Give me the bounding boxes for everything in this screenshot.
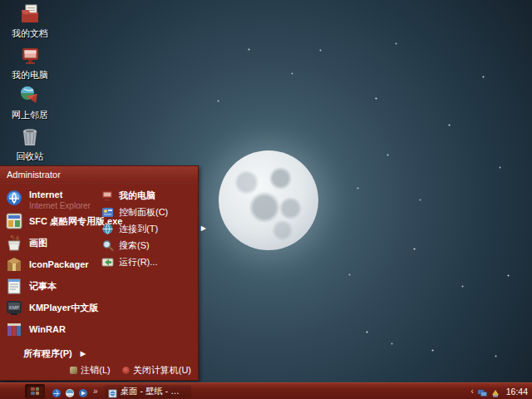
app-tray-icon[interactable] xyxy=(490,387,500,397)
shutdown-button[interactable]: 关闭计算机(U) xyxy=(122,364,191,377)
all-programs-button[interactable]: 所有程序(P) ▶ xyxy=(23,347,86,360)
item-label: 画图 xyxy=(29,237,47,249)
start-menu-item-my-computer[interactable]: 我的电脑 xyxy=(101,187,196,204)
item-label: WinRAR xyxy=(29,324,66,334)
start-menu-item-run[interactable]: 运行(R)... xyxy=(101,254,196,270)
log-off-button[interactable]: 注销(L) xyxy=(70,364,110,377)
ie-icon xyxy=(5,189,23,207)
item-label: KMPlayer中文版 xyxy=(29,302,98,314)
start-menu-item-iconpackager[interactable]: IconPackager xyxy=(5,254,98,275)
webpage-icon xyxy=(108,387,117,396)
iconpackager-icon xyxy=(5,255,23,273)
start-menu-pinned-list: Internet Internet Explorer SFC 桌酷网专用版.ex… xyxy=(5,185,98,340)
desktop-icon-my-computer[interactable]: 我的电脑 xyxy=(3,45,57,81)
item-label: 搜索(S) xyxy=(119,239,150,252)
start-button[interactable] xyxy=(25,384,45,398)
item-label: 连接到(T) xyxy=(119,223,158,235)
item-label: 控制面板(C) xyxy=(119,206,168,219)
quick-launch-ie-icon[interactable] xyxy=(52,387,62,397)
taskbar-clock: 16:44 xyxy=(506,387,528,397)
quick-launch-overflow-chevron[interactable]: » xyxy=(93,387,98,396)
network-tray-icon[interactable] xyxy=(477,387,487,397)
item-label: 运行(R)... xyxy=(119,256,157,268)
item-label: 记事本 xyxy=(29,280,57,293)
svg-text:KMP: KMP xyxy=(9,305,19,310)
tray-collapse-arrow-icon[interactable]: ‹ xyxy=(470,387,473,396)
notepad-icon xyxy=(5,277,23,295)
item-label: IconPackager xyxy=(29,259,89,269)
log-off-icon xyxy=(70,367,77,374)
start-menu-item-notepad[interactable]: 记事本 xyxy=(5,275,98,297)
start-menu-footer: 注销(L) 关闭计算机(U) xyxy=(70,364,191,377)
submenu-arrow-icon: ▶ xyxy=(201,224,206,232)
run-icon xyxy=(101,256,114,268)
desktop-icon-my-documents[interactable]: 我的文档 xyxy=(3,3,57,40)
item-label: 我的电脑 xyxy=(119,190,155,202)
username: Administrator xyxy=(7,170,61,180)
my-computer-icon xyxy=(101,190,114,202)
taskbar-window-title: 桌面 - 壁纸 - 桌酷壁... xyxy=(121,386,188,397)
start-menu-item-kmplayer[interactable]: KMP KMPlayer中文版 xyxy=(5,297,98,318)
recycle-bin-icon xyxy=(19,126,41,148)
network-places-icon xyxy=(19,85,41,106)
paint-icon xyxy=(5,234,23,252)
system-tray: ‹ 16:44 xyxy=(470,387,532,397)
item-label: Internet xyxy=(29,190,62,200)
all-programs-label: 所有程序(P) xyxy=(23,347,72,360)
start-menu-user-banner: Administrator xyxy=(0,166,198,184)
control-panel-icon xyxy=(101,206,114,219)
documents-folder-icon xyxy=(19,3,41,25)
quick-launch-media-icon[interactable] xyxy=(78,387,88,397)
computer-icon xyxy=(19,45,41,66)
desktop-icon-label: 我的文档 xyxy=(12,27,48,40)
taskbar: » 桌面 - 壁纸 - 桌酷壁... ‹ 16:44 xyxy=(0,382,532,399)
start-menu-item-paint[interactable]: 画图 xyxy=(5,232,98,254)
desktop-icon-network-places[interactable]: 网上邻居 xyxy=(3,85,57,121)
start-menu-item-connect-to[interactable]: 连接到(T) ▶ xyxy=(101,220,196,237)
quick-launch-globe-icon[interactable] xyxy=(65,387,75,397)
connect-to-icon xyxy=(101,223,114,235)
shutdown-label: 关闭计算机(U) xyxy=(133,364,191,377)
sfc-app-icon xyxy=(5,212,23,230)
start-menu: Administrator Internet Internet Explorer… xyxy=(0,165,199,381)
stars xyxy=(0,0,1,1)
taskbar-window-button[interactable]: 桌面 - 壁纸 - 桌酷壁... xyxy=(105,385,191,398)
kmplayer-icon: KMP xyxy=(5,298,23,317)
desktop-icon-recycle-bin[interactable]: 回收站 xyxy=(3,126,57,163)
start-menu-item-search[interactable]: 搜索(S) xyxy=(101,237,196,254)
desktop-icon-label: 回收站 xyxy=(17,150,44,163)
quick-launch-bar: » xyxy=(52,387,98,397)
desktop-icon-label: 网上邻居 xyxy=(12,109,48,121)
start-menu-item-sfc-app[interactable]: SFC 桌酷网专用版.exe xyxy=(5,210,98,232)
desktop: 我的文档 我的电脑 网上邻居 回收站 Administrator xyxy=(0,0,532,399)
start-menu-item-internet[interactable]: Internet Internet Explorer xyxy=(5,185,98,210)
search-icon xyxy=(101,239,114,252)
winrar-icon xyxy=(5,320,23,338)
desktop-icon-label: 我的电脑 xyxy=(12,69,48,81)
windows-logo-icon xyxy=(31,387,39,395)
start-menu-item-control-panel[interactable]: 控制面板(C) xyxy=(101,204,196,220)
log-off-label: 注销(L) xyxy=(81,364,110,377)
item-sublabel: Internet Explorer xyxy=(29,201,91,210)
full-moon xyxy=(219,150,318,250)
submenu-arrow-icon: ▶ xyxy=(81,350,86,357)
start-menu-item-winrar[interactable]: WinRAR xyxy=(5,318,98,340)
start-menu-system-list: 我的电脑 控制面板(C) 连接到(T) ▶ 搜索(S) xyxy=(101,187,196,270)
shutdown-icon xyxy=(122,367,130,374)
